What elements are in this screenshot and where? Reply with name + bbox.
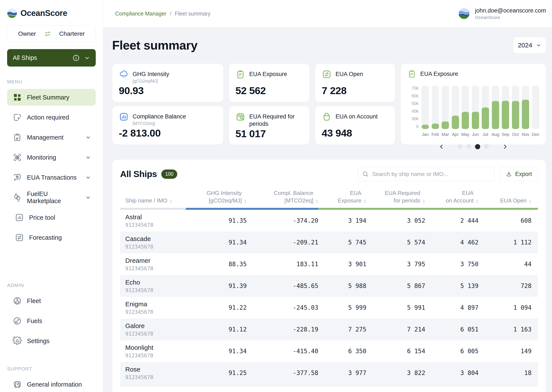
info-circle-icon[interactable] [72,54,80,62]
table-row[interactable]: Echo 912345678 91.39 -485.65 5 988 5 867… [120,275,538,297]
col-label: EUAon Account [446,189,473,204]
carousel-next-icon[interactable] [502,143,508,150]
col-ghg-intensity[interactable]: GHG Intensity[gCO2eq/MJ] ▲▼ [186,189,247,208]
bar-track [422,86,429,129]
breadcrumb-parent-link[interactable]: Compliance Manager [115,11,166,17]
ship-cell: Moonlight 912345678 [120,344,186,359]
role-charterer-label[interactable]: Charterer [59,30,85,37]
chevron-down-icon[interactable] [84,55,90,61]
sidebar-item-monitoring[interactable]: Monitoring [7,149,96,166]
carousel-dot-4[interactable] [484,144,489,149]
bar-track [462,86,469,129]
bar-track [442,86,449,129]
table-row[interactable]: Rose 912345678 91.25 -377.58 3 977 3 822… [120,362,538,384]
table-body: Astral 912345678 91.35 -374.20 3 194 3 0… [120,210,538,384]
sidebar-item-general-information[interactable]: General information [7,376,96,392]
role-toggle[interactable]: Owner Charterer [7,25,96,42]
y-tick: 0 [416,124,418,129]
compliance-balance-value: -228.19 [247,326,318,333]
kpi-value: 7 228 [322,85,388,97]
ship-name: Cascade [125,235,186,243]
user-menu[interactable]: john.doe@oceanscore.com OceanScore [457,7,546,20]
chevron-down-icon [85,175,91,180]
ship-name: Echo [125,279,186,286]
page-content: Fleet summary 2024 GHG Intensity [103,27,552,392]
sidebar-item-action-required[interactable]: Action required [7,109,96,126]
bar-fill [452,116,459,129]
bar-fill [492,101,499,129]
calendar-search-icon [236,112,245,122]
sidebar-item-price-tool[interactable]: Price tool [7,209,96,226]
sidebar-item-eua-transactions[interactable]: EUA Transactions [7,169,96,186]
ghg-intensity-value: 91.34 [186,348,247,355]
carousel-dot-2[interactable] [466,144,471,149]
role-owner-label[interactable]: Owner [18,30,36,37]
carousel-dot-1[interactable] [458,144,463,149]
sidebar-item-forecasting[interactable]: Forecasting [7,229,96,246]
table-row[interactable]: Dreamer 912345678 88.35 183.11 3 901 3 7… [120,253,538,275]
export-button[interactable]: Export [500,167,538,181]
compliance-balance-value: -377.58 [247,369,318,377]
sidebar-item-label: Fleet [27,297,41,305]
kpi-label: EUA Open [336,69,363,78]
compliance-balance-value: 183.11 [247,261,318,268]
col-compliance-balance[interactable]: Compl. Balance[MTCO2eq] ▲▼ [247,189,318,208]
gear-icon [13,336,22,345]
table-row[interactable]: Moonlight 912345678 91.34 -415.40 6 350 … [120,340,538,362]
bar-fill [502,101,509,129]
table-row[interactable]: Enigma 912345678 91.22 -245.03 5 999 5 9… [120,297,538,319]
ship-cell: Rose 912345678 [120,366,186,380]
fleet-selector-button[interactable]: All Ships [7,49,96,67]
table-row[interactable]: Astral 912345678 91.35 -374.20 3 194 3 0… [120,210,538,231]
chart-bar: Apr [452,86,459,137]
eua-on-account-value: 6 005 [425,348,479,355]
sidebar-item-fuels[interactable]: Fuels [7,313,96,329]
bar-month-label: Dec [532,132,539,137]
fleet-icon [13,296,22,305]
bar-track [472,86,479,129]
carousel-prev-icon[interactable] [438,143,445,150]
col-eua-required[interactable]: EUA Requiredfor periods ▲▼ [366,189,425,208]
kpi-unit: [MTCO2eq] [133,121,186,126]
admin-nav: Fleet Fuels Settings [7,293,96,349]
kpi-label: EUA Exposure [249,69,287,78]
logo-text: OceanScore [21,9,67,18]
chart-bar: May [462,86,469,137]
col-eua-on-account[interactable]: EUAon Account ▲▼ [425,189,479,208]
ship-search[interactable] [358,167,495,181]
cloud-rain-icon [119,69,129,79]
sidebar-item-management[interactable]: Management [7,129,96,146]
sidebar-item-label: Management [27,134,63,141]
fleet-selector-label: All Ships [13,54,37,61]
col-eua-open[interactable]: EUA Open ▲▼ [479,189,538,208]
ship-imo: 912345678 [125,244,186,250]
sidebar-item-settings[interactable]: Settings [7,333,96,349]
ship-imo: 912345678 [125,222,186,228]
ghg-intensity-value: 91.25 [186,369,247,377]
carousel-dot-3-active[interactable] [475,144,480,149]
col-eua-exposure[interactable]: EUAExposure ▲▼ [318,189,366,208]
sidebar-item-fleet-summary[interactable]: Fleet Summary [7,89,96,106]
ship-cell: Dreamer 912345678 [120,257,186,272]
sidebar-item-fueleu-marketplace[interactable]: FuelEU Marketplace [7,189,96,206]
bar-month-label: Feb [431,132,439,137]
eua-on-account-value: 4 897 [425,304,479,311]
col-label: EUAExposure [338,189,361,204]
action-required-icon [13,113,22,122]
table-row[interactable]: Cascade 912345678 91.34 -209.21 5 745 5 … [120,231,538,253]
breadcrumb-current: Fleet summary [175,11,210,17]
ghg-intensity-value: 91.12 [186,326,247,333]
ship-imo: 912345678 [125,266,186,272]
col-ship-name[interactable]: Ship name / IMO ▲▼ [120,189,186,208]
sidebar-item-fleet[interactable]: Fleet [7,293,96,309]
chart-carousel [407,143,539,150]
app-window: OceanScore Owner Charterer All Ships MEN… [0,0,552,392]
table-title: All Ships [120,169,157,179]
year-select[interactable]: 2024 [513,37,546,54]
search-input[interactable] [372,171,490,178]
kpi-label: EUA Required for periods [249,112,303,128]
eua-open-value: 44 [479,261,538,268]
eua-required-value: 5 867 [366,282,425,289]
eua-open-value: 608 [479,217,538,224]
table-row[interactable]: Galore 912345678 91.12 -228.19 7 275 7 2… [120,319,538,340]
